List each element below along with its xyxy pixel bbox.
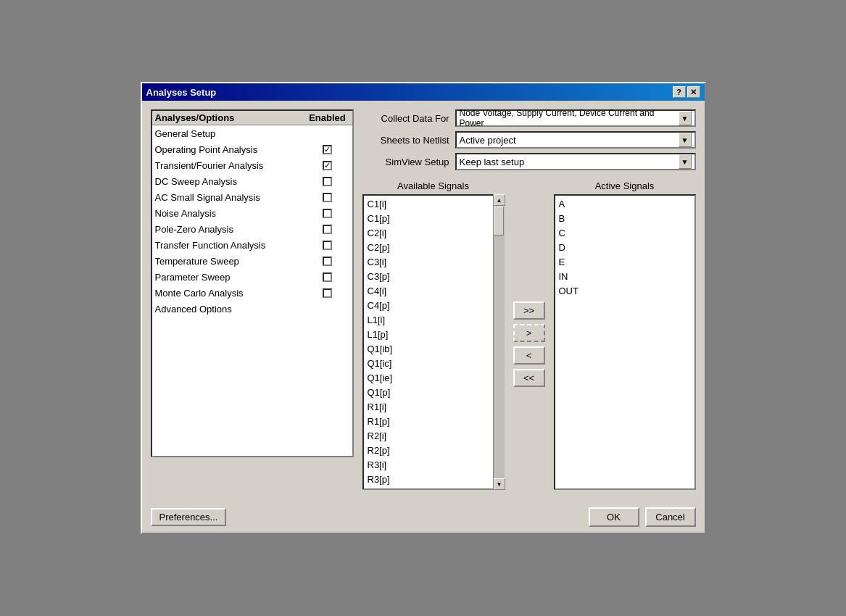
- analyses-item-name: Monte Carlo Analysis: [155, 288, 306, 299]
- move-all-right-button[interactable]: >>: [513, 301, 545, 320]
- analyses-item-checkbox[interactable]: [323, 193, 332, 202]
- analyses-item-check-cell: [306, 225, 349, 234]
- analyses-item[interactable]: General Setup: [152, 125, 352, 141]
- available-signal-item[interactable]: C1[i]: [365, 197, 490, 212]
- available-signal-item[interactable]: R2[i]: [365, 429, 490, 444]
- available-signal-item[interactable]: Q1[ic]: [365, 357, 490, 371]
- move-left-button[interactable]: <: [513, 346, 545, 365]
- available-signal-item[interactable]: R3[i]: [365, 458, 490, 473]
- available-list-wrapper: C1[i]C1[p]C2[i]C2[p]C3[i]C3[p]C4[i]C4[p]…: [362, 194, 505, 490]
- available-signal-item[interactable]: C3[p]: [365, 270, 490, 284]
- bottom-right-buttons: OK Cancel: [589, 507, 696, 527]
- analyses-item[interactable]: DC Sweep Analysis: [152, 173, 352, 189]
- simview-combo[interactable]: Keep last setup ▼: [455, 153, 696, 170]
- active-signal-item[interactable]: OUT: [557, 284, 693, 299]
- available-signal-item[interactable]: R3[p]: [365, 473, 490, 487]
- analyses-item-name: Transient/Fourier Analysis: [155, 160, 306, 171]
- analyses-item[interactable]: Advanced Options: [152, 301, 352, 317]
- available-signals-panel: Available Signals C1[i]C1[p]C2[i]C2[p]C3…: [362, 180, 505, 490]
- scroll-track[interactable]: [494, 206, 505, 478]
- active-signal-item[interactable]: IN: [557, 270, 693, 284]
- analyses-item-name: Parameter Sweep: [155, 272, 306, 283]
- analyses-item-name: Advanced Options: [155, 304, 306, 315]
- analyses-list: Analyses/Options Enabled General SetupOp…: [151, 109, 354, 457]
- right-panel: Collect Data For Node Voltage, Supply Cu…: [362, 109, 696, 490]
- scroll-down-btn[interactable]: ▼: [494, 478, 505, 490]
- analyses-item-name: Transfer Function Analysis: [155, 240, 306, 251]
- analyses-item-name: General Setup: [155, 128, 306, 139]
- preferences-button[interactable]: Preferences...: [151, 508, 227, 526]
- col-enabled-header: Enabled: [306, 112, 349, 123]
- available-signal-item[interactable]: C2[i]: [365, 226, 490, 241]
- analyses-item-name: AC Small Signal Analysis: [155, 192, 306, 203]
- available-signal-item[interactable]: Q1[p]: [365, 386, 490, 400]
- simview-arrow[interactable]: ▼: [679, 154, 692, 169]
- active-signal-item[interactable]: A: [557, 197, 693, 212]
- active-signal-item[interactable]: E: [557, 255, 693, 270]
- analyses-item-check-cell: [306, 145, 349, 154]
- cancel-button[interactable]: Cancel: [645, 507, 696, 527]
- analyses-item-check-cell: [306, 177, 349, 186]
- available-signal-item[interactable]: R1[p]: [365, 415, 490, 429]
- analyses-item-checkbox[interactable]: [323, 225, 332, 234]
- sheets-value: Active project: [460, 135, 516, 146]
- analyses-item-checkbox[interactable]: [323, 241, 332, 250]
- analyses-header: Analyses/Options Enabled: [152, 111, 352, 125]
- available-signal-item[interactable]: R2[p]: [365, 444, 490, 458]
- available-signal-item[interactable]: C2[p]: [365, 241, 490, 255]
- sheets-row: Sheets to Netlist Active project ▼: [362, 131, 696, 149]
- available-signal-item[interactable]: L1[i]: [365, 313, 490, 328]
- active-signals-list[interactable]: ABCDEINOUT: [554, 194, 696, 490]
- analyses-item-name: Temperature Sweep: [155, 256, 306, 267]
- dialog: Analyses Setup ? ✕ Analyses/Options Enab…: [141, 82, 706, 534]
- analyses-item-checkbox[interactable]: [323, 288, 332, 298]
- available-signal-item[interactable]: Q1[ie]: [365, 371, 490, 386]
- analyses-item[interactable]: Pole-Zero Analysis: [152, 221, 352, 237]
- move-right-button[interactable]: >: [513, 324, 545, 342]
- analyses-item[interactable]: Transfer Function Analysis: [152, 237, 352, 253]
- analyses-item-check-cell: [306, 257, 349, 266]
- close-button[interactable]: ✕: [687, 86, 700, 98]
- analyses-item-check-cell: [306, 193, 349, 202]
- analyses-item[interactable]: Noise Analysis: [152, 205, 352, 221]
- available-signal-item[interactable]: C1[p]: [365, 212, 490, 226]
- active-signals-title: Active Signals: [554, 180, 696, 191]
- analyses-item[interactable]: Monte Carlo Analysis: [152, 285, 352, 301]
- analyses-item[interactable]: AC Small Signal Analysis: [152, 189, 352, 205]
- scroll-up-btn[interactable]: ▲: [494, 194, 505, 206]
- available-signal-item[interactable]: Q1[ib]: [365, 342, 490, 357]
- move-all-left-button[interactable]: <<: [513, 369, 545, 387]
- collect-data-arrow[interactable]: ▼: [679, 111, 692, 125]
- transfer-buttons: >> > < <<: [510, 198, 548, 490]
- active-signal-item[interactable]: D: [557, 241, 693, 255]
- available-signal-item[interactable]: L1[p]: [365, 328, 490, 342]
- sheets-combo[interactable]: Active project ▼: [455, 131, 696, 149]
- available-signal-item[interactable]: C4[p]: [365, 299, 490, 313]
- analyses-item-check-cell: [306, 209, 349, 218]
- scrollbar[interactable]: ▲ ▼: [493, 194, 505, 490]
- available-signals-list[interactable]: C1[i]C1[p]C2[i]C2[p]C3[i]C3[p]C4[i]C4[p]…: [362, 194, 505, 490]
- available-signal-item[interactable]: R1[i]: [365, 400, 490, 415]
- ok-button[interactable]: OK: [589, 507, 639, 527]
- analyses-item-checkbox[interactable]: [323, 145, 332, 154]
- analyses-item-checkbox[interactable]: [323, 209, 332, 218]
- active-signals-panel: Active Signals ABCDEINOUT: [554, 180, 696, 490]
- scroll-thumb[interactable]: [494, 207, 504, 236]
- analyses-item-checkbox[interactable]: [323, 257, 332, 266]
- analyses-item-checkbox[interactable]: [323, 272, 332, 282]
- analyses-item[interactable]: Temperature Sweep: [152, 253, 352, 269]
- analyses-item-checkbox[interactable]: [323, 161, 332, 170]
- active-signal-item[interactable]: B: [557, 212, 693, 226]
- analyses-item[interactable]: Operating Point Analysis: [152, 141, 352, 157]
- analyses-item[interactable]: Transient/Fourier Analysis: [152, 157, 352, 173]
- active-signal-item[interactable]: C: [557, 226, 693, 241]
- available-signal-item[interactable]: C3[i]: [365, 255, 490, 270]
- available-signals-container: C1[i]C1[p]C2[i]C2[p]C3[i]C3[p]C4[i]C4[p]…: [365, 197, 490, 487]
- sheets-arrow[interactable]: ▼: [679, 133, 692, 147]
- help-button[interactable]: ?: [673, 86, 686, 98]
- analyses-item-checkbox[interactable]: [323, 177, 332, 186]
- available-signal-item[interactable]: C4[i]: [365, 284, 490, 299]
- analyses-item[interactable]: Parameter Sweep: [152, 269, 352, 285]
- collect-data-combo[interactable]: Node Voltage, Supply Current, Device Cur…: [455, 109, 696, 127]
- analyses-item-check-cell: [306, 288, 349, 298]
